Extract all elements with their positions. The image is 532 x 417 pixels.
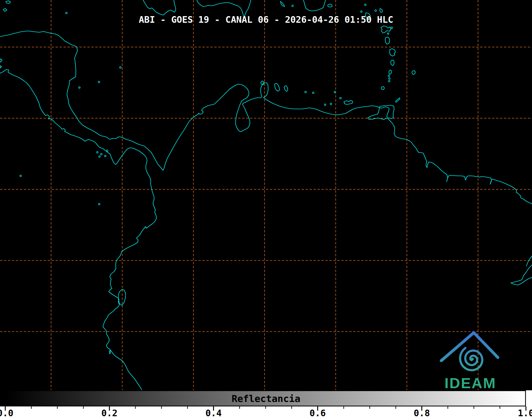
- island-dot: [391, 27, 393, 29]
- island-dot: [79, 87, 80, 88]
- island-dot: [375, 10, 376, 11]
- island-dot: [104, 155, 106, 157]
- island-dot: [99, 156, 100, 157]
- coastline-path: [0, 59, 2, 62]
- coastline-path: [385, 37, 390, 44]
- island-dot: [330, 103, 332, 105]
- coastline-path: [526, 256, 532, 266]
- colorbar-tick-label: 0.4: [205, 408, 221, 417]
- island-dot: [389, 78, 390, 79]
- coastline-path: [389, 49, 395, 56]
- island-dot: [312, 92, 314, 94]
- map-graticule: [0, 0, 532, 390]
- map-canvas: 0.00.20.40.60.81.0 IDEAM: [0, 0, 532, 417]
- logo-spiral-center: [471, 358, 474, 360]
- island-dot: [101, 153, 102, 155]
- island-dot: [120, 67, 121, 68]
- coastline-path: [110, 351, 110, 354]
- island-dot: [388, 75, 390, 77]
- colorbar-label: Reflectancia: [0, 393, 532, 404]
- colorbar-tick-label: 0.0: [0, 408, 13, 417]
- ideam-logo: IDEAM: [441, 333, 498, 391]
- island-dot: [334, 91, 336, 93]
- coastline-path: [381, 26, 391, 33]
- ideam-logo-text: IDEAM: [444, 375, 496, 391]
- satellite-image-screen: ABI - GOES 19 - CANAL 06 - 2026-04-26 01…: [0, 0, 532, 417]
- coastline-path: [328, 4, 332, 7]
- island-dot: [97, 152, 98, 153]
- coastline-path: [6, 1, 11, 3]
- island-dot: [98, 81, 100, 83]
- island-dot: [324, 104, 326, 106]
- coastline-path: [368, 105, 394, 120]
- coastline-path: [280, 1, 285, 7]
- island-dot: [106, 150, 108, 152]
- island-dot: [98, 203, 100, 205]
- coastline-path: [391, 60, 394, 66]
- colorbar-tick-label: 0.8: [414, 408, 430, 417]
- island-dot: [340, 97, 341, 99]
- coastline-path: [143, 0, 176, 15]
- coastline-path: [0, 70, 157, 391]
- coastline-path: [303, 0, 325, 11]
- colorbar-tick-label: 0.2: [101, 408, 117, 417]
- island-dot: [305, 91, 306, 93]
- coastline-path: [284, 86, 288, 91]
- coastline-path: [389, 70, 392, 74]
- coastline-path: [380, 8, 383, 12]
- coastline-path: [344, 100, 353, 104]
- island-dot: [292, 5, 293, 7]
- coastline-path: [275, 83, 280, 91]
- coastline-path: [511, 265, 532, 285]
- colorbar-tick-label: 0.6: [310, 408, 326, 417]
- colorbar-tick-label: 1.0: [518, 408, 532, 417]
- island-dot: [387, 33, 389, 34]
- coastlines: [0, 0, 532, 391]
- island-dot: [66, 12, 67, 14]
- island-dot: [20, 175, 21, 177]
- island-dot: [365, 4, 366, 6]
- coastline-path: [412, 71, 415, 75]
- coastline-path: [395, 98, 400, 102]
- colorbar-ticks: 0.00.20.40.60.81.0: [0, 406, 532, 417]
- image-title: ABI - GOES 19 - CANAL 06 - 2026-04-26 01…: [0, 14, 532, 25]
- coastline-path: [3, 8, 7, 11]
- coastline-path: [381, 86, 384, 90]
- logo-mountain-stroke: [474, 333, 498, 358]
- island-dot: [361, 11, 362, 12]
- coastline-path: [0, 31, 532, 204]
- coastline-path: [0, 66, 2, 68]
- island-dot: [388, 80, 390, 82]
